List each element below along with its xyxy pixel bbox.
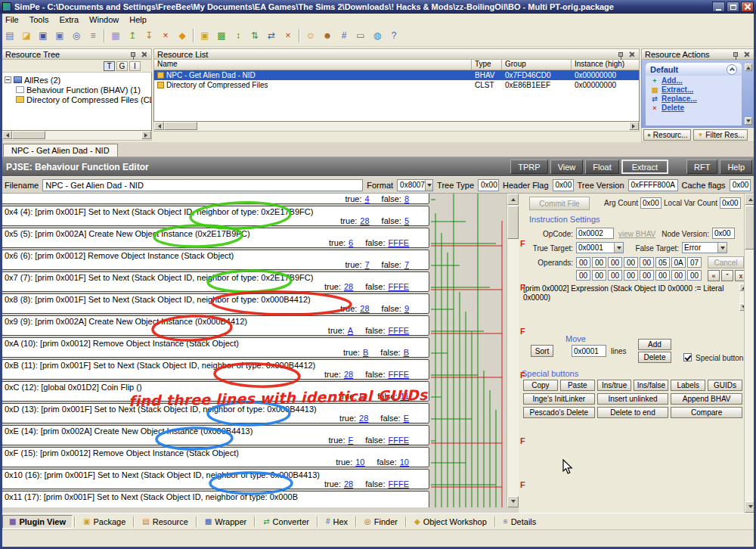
operand-field[interactable]: 00 (640, 270, 654, 281)
true-target-link[interactable]: 28 (344, 370, 353, 379)
false-target-link[interactable]: FFFE (389, 282, 410, 291)
menu-file[interactable]: File (0, 15, 24, 24)
import-icon[interactable]: ↧ (141, 28, 156, 43)
true-target-link[interactable]: 28 (359, 414, 368, 423)
operand-field[interactable]: 00 (655, 270, 670, 281)
filter-g-button[interactable]: G (116, 61, 128, 71)
sim-family-icon[interactable]: ☻ (320, 28, 335, 43)
operand-field[interactable]: 07 (687, 257, 702, 268)
copy-button[interactable]: Copy (523, 380, 558, 391)
false-target-link[interactable]: FFFE (389, 326, 410, 335)
package-icon[interactable]: ▣ (197, 28, 212, 43)
format-field[interactable]: 0x8007 (397, 179, 433, 191)
close-button[interactable] (741, 2, 754, 12)
pjse-help-button[interactable]: Help (720, 160, 752, 174)
delete-icon[interactable]: × (158, 28, 173, 43)
web-icon[interactable]: ◍ (370, 28, 385, 43)
view-bhav-link[interactable]: view BHAV (618, 230, 655, 238)
view-tab-finder[interactable]: ◎Finder (358, 515, 404, 529)
pin-icon[interactable] (129, 50, 137, 58)
scroll-thumb[interactable] (745, 206, 756, 250)
operand-field[interactable]: 00 (608, 270, 622, 281)
arg-count-field[interactable]: 0x00 (640, 197, 662, 209)
instruction-row[interactable]: 0x7 (7): [prim 0x001F] Set to Next (Stac… (2, 271, 429, 292)
scroll-thumb[interactable] (12, 131, 45, 139)
sync-icon[interactable]: ⇅ (247, 28, 262, 43)
delete-button[interactable]: Delete (638, 352, 671, 363)
swap-icon[interactable]: ⇄ (264, 28, 279, 43)
replace-link[interactable]: ⇄Replace... (646, 94, 742, 103)
open-file-icon[interactable]: ◪ (19, 28, 34, 43)
scroll-left-icon[interactable] (154, 122, 164, 130)
false-target-link[interactable]: 8 (404, 194, 409, 203)
pin-icon[interactable] (731, 50, 739, 58)
operand-field[interactable]: 00 (624, 270, 638, 281)
instruction-row[interactable]: 0x6 (6): [prim 0x0012] Remove Object Ins… (2, 250, 429, 270)
filter-t-button[interactable]: T (104, 61, 115, 71)
instruction-row[interactable]: 0x10 (16): [prim 0x001F] Set to Next (St… (2, 469, 429, 489)
tree-item[interactable]: Directory of Compressed Files (CLST (2, 95, 151, 104)
resource-row[interactable]: NPC - Get Alien Dad - NIDBHAV0x7FD46CD00… (154, 70, 639, 80)
true-target-link[interactable]: F (348, 436, 353, 445)
pjse-extract-button[interactable]: Extract (621, 160, 668, 174)
false-target-select[interactable]: Error (682, 242, 727, 253)
true-target-select[interactable]: 0x0001 (576, 242, 624, 253)
false-target-link[interactable]: 10 (400, 458, 409, 467)
tree-item[interactable]: Behaviour Function (BHAV) (1) (2, 85, 151, 95)
operand-field[interactable]: 00 (608, 257, 622, 268)
cancel-button[interactable]: Cancel (708, 256, 744, 268)
view-tab-hex[interactable]: #Hex (320, 515, 354, 529)
save-icon[interactable]: ▣ (36, 28, 51, 43)
help-icon[interactable]: ? (386, 28, 401, 43)
tree-item[interactable]: AllRes (2) (2, 75, 151, 85)
operand-field[interactable]: 00 (576, 270, 590, 281)
true-target-link[interactable]: 28 (360, 304, 369, 313)
delete-link[interactable]: ×Delete (646, 103, 742, 112)
scroll-down-icon[interactable] (507, 496, 519, 507)
operand-field[interactable]: 05 (655, 257, 670, 268)
properties-icon[interactable]: ≡ (85, 28, 101, 43)
operand-field[interactable]: 00 (640, 257, 654, 268)
true-target-link[interactable]: 6 (349, 238, 353, 247)
true-target-link[interactable]: 10 (355, 458, 364, 467)
gem-icon[interactable]: ◆ (175, 28, 190, 43)
scroll-up-icon[interactable] (507, 194, 519, 205)
operand-field[interactable]: 0A (671, 257, 686, 268)
false-target-link[interactable]: 7 (404, 260, 409, 269)
view-tab-object-workshop[interactable]: ◆Object Workshop (408, 515, 493, 529)
instruction-row[interactable]: 0x8 (8): [prim 0x001F] Set to Next (Stac… (2, 293, 429, 314)
column-header-group[interactable]: Group (502, 60, 572, 70)
menu-help[interactable]: Help (124, 15, 152, 24)
false-target-link[interactable]: FFFE (389, 479, 410, 489)
instruction-row[interactable]: true:4false:8 (2, 194, 429, 204)
opcode-field[interactable]: 0x0002 (576, 228, 614, 239)
default-group-header[interactable]: Default (646, 63, 742, 76)
false-target-link[interactable]: B (404, 348, 409, 357)
hex-view-icon[interactable]: # (336, 28, 352, 43)
true-target-link[interactable]: 4 (364, 194, 369, 203)
menu-window[interactable]: Window (84, 15, 124, 24)
instruction-row[interactable]: 0x11 (17): [prim 0x001F] Set to Next (St… (2, 491, 429, 507)
scroll-left-icon[interactable] (2, 131, 12, 139)
true-target-link[interactable]: 28 (360, 216, 369, 225)
tree-expander-icon[interactable] (5, 76, 11, 83)
resource-row[interactable]: Directory of Compressed FilesCLST0xE86B1… (154, 80, 639, 90)
save-all-icon[interactable]: ▣ (52, 28, 67, 43)
move-count-field[interactable]: 0x0001 (572, 345, 606, 357)
column-header-name[interactable]: Name (154, 60, 472, 70)
delete-to-end-button[interactable]: Delete to end (597, 407, 669, 418)
pescado-s-delete-button[interactable]: Pescado's Delete (523, 407, 595, 418)
close-panel-icon[interactable] (742, 50, 751, 58)
operand-quote-button[interactable]: ” (721, 270, 733, 281)
true-target-link[interactable]: 28 (344, 282, 353, 291)
operand-field[interactable]: 00 (624, 257, 638, 268)
true-target-link[interactable]: A (348, 326, 353, 335)
append-bhav-button[interactable]: Append BHAV (671, 393, 742, 405)
true-target-link[interactable]: 7 (364, 260, 369, 269)
instruction-row[interactable]: 0x9 (9): [prim 0x002A] Create New Object… (2, 315, 429, 336)
menu-extra[interactable]: Extra (54, 15, 84, 24)
header-flag-field[interactable]: 0x00 (553, 179, 574, 191)
labels-button[interactable]: Labels (671, 380, 705, 391)
pjse-view-button[interactable]: View (550, 160, 584, 174)
new-file-icon[interactable]: ▤ (2, 28, 17, 43)
